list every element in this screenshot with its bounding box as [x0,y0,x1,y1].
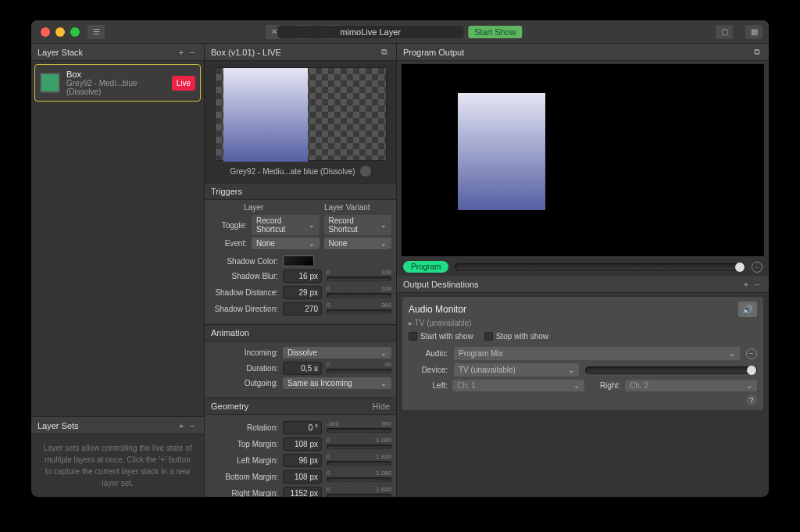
shadow-direction-label: Shadow Direction: [209,305,278,313]
layer-preview-title: Box (v1.01) - LIVE [211,48,281,57]
preview-box-shape [223,68,308,162]
app-window: ☰ ✕ ▷ ▣ mimoLive Layer Start Show ▢ ▦ La… [31,20,769,497]
start-show-button[interactable]: Start Show [468,26,523,38]
left-channel-select[interactable]: Ch. 1 [452,380,584,391]
program-popout-button[interactable]: ⧉ [752,47,762,57]
rotation-input[interactable]: 0 ° [283,421,322,434]
incoming-label: Incoming: [209,348,278,357]
add-layerset-button[interactable]: + [176,421,187,430]
shadow-distance-input[interactable]: 29 px [283,286,322,299]
bottom-margin-label: Bottom Margin: [209,473,278,481]
shadow-distance-label: Shadow Distance: [209,288,278,297]
geometry-hide-button[interactable]: Hide [372,402,390,411]
geometry-section-header: Geometry Hide [205,398,396,415]
event-label: Event: [209,239,247,248]
remove-layer-button[interactable]: − [187,48,198,57]
audio-label: Audio: [409,349,448,358]
shadow-blur-label: Shadow Blur: [209,272,278,280]
shadow-blur-slider[interactable] [327,277,391,281]
shadow-color-label: Shadow Color: [209,257,278,266]
top-margin-input[interactable]: 108 px [283,437,322,451]
duration-slider[interactable] [327,369,391,373]
output-destinations-header: Output Destinations + − [397,276,769,293]
fullscreen-window-button[interactable] [70,27,80,37]
duration-input[interactable]: 0,5 s [283,362,322,375]
window-controls [41,27,80,37]
bottom-margin-input[interactable]: 108 px [283,470,322,484]
animation-section-header: Animation [205,324,396,341]
right-margin-label: Right Margin: [209,489,278,498]
layer-stack-title: Layer Stack [38,48,83,57]
layer-item[interactable]: Box Grey92 - Medi...blue (Dissolve) Live [34,64,201,102]
shadow-direction-slider[interactable] [327,309,391,314]
outgoing-select[interactable]: Same as Incoming [283,377,391,389]
remove-layerset-button[interactable]: − [187,421,198,430]
layer-sets-title: Layer Sets [38,421,79,430]
panel-toggle-b-button[interactable]: ▦ [745,25,762,39]
event-layer-select[interactable]: None [252,237,320,249]
audio-monitor-panel: Audio Monitor 🔊 ▸ TV (unavailable) Start… [402,296,764,411]
shadow-distance-slider[interactable] [327,293,391,298]
shadow-blur-input[interactable]: 16 px [283,270,322,283]
audio-help-button[interactable]: ? [746,395,757,405]
device-volume-slider[interactable] [585,366,757,374]
top-margin-slider[interactable] [327,445,391,449]
layer-item-title: Box [66,70,166,79]
top-margin-label: Top Margin: [209,440,278,448]
incoming-select[interactable]: Dissolve [283,347,391,359]
triggers-col-variant: Layer Variant [303,203,392,212]
panel-toggle-a-button[interactable]: ▢ [716,25,733,39]
layer-item-subtitle: Grey92 - Medi...blue (Dissolve) [66,79,166,96]
program-output-header: Program Output ⧉ [397,44,769,61]
close-window-button[interactable] [41,27,50,37]
audio-monitor-speaker-button[interactable]: 🔊 [738,302,757,317]
preview-caption: Grey92 - Mediu...ate blue (Dissolve) [230,167,355,176]
right-channel-label: Right: [589,381,620,390]
audio-device-subtitle: TV (unavailable) [415,319,472,327]
layer-preview-header: Box (v1.01) - LIVE ⧉ [205,44,396,61]
rotation-label: Rotation: [209,423,278,432]
triggers-col-layer: Layer [209,203,298,212]
rotation-slider[interactable] [327,428,391,433]
add-layer-button[interactable]: + [176,48,187,57]
toggle-layer-shortcut[interactable]: Record Shortcut [252,215,320,235]
toggle-label: Toggle: [209,221,247,230]
bottom-margin-slider[interactable] [327,477,391,482]
minimize-window-button[interactable] [55,27,65,37]
document-title[interactable]: mimoLive Layer [277,26,463,38]
program-box-shape [458,93,545,210]
layer-sets-header: Layer Sets + − [31,417,204,434]
event-variant-select[interactable]: None [324,237,392,249]
left-margin-input[interactable]: 96 px [283,454,322,467]
right-margin-slider[interactable] [327,494,391,497]
preview-canvas[interactable] [215,67,387,161]
start-with-show-checkbox[interactable] [409,332,417,341]
layer-color-swatch [40,73,60,93]
shadow-direction-input[interactable]: 270 [283,302,322,316]
add-destination-button[interactable]: + [741,280,752,289]
layer-sets-help-text: Layer sets allow controlling the live st… [31,434,204,497]
variant-settings-button[interactable] [360,166,371,177]
program-pill[interactable]: Program [403,261,448,273]
shadow-color-swatch[interactable] [283,255,314,266]
program-volume-slider[interactable] [455,263,745,271]
titlebar: ☰ ✕ ▷ ▣ mimoLive Layer Start Show ▢ ▦ [31,20,769,44]
preview-popout-button[interactable]: ⧉ [379,47,390,57]
left-margin-slider[interactable] [327,461,391,466]
program-output-canvas [402,64,764,256]
layer-live-badge[interactable]: Live [172,76,195,91]
audio-source-select[interactable]: Program Mix [454,347,740,360]
triggers-section-header: Triggers [205,183,396,200]
device-select[interactable]: TV (unavailable) [454,363,579,377]
layer-preview-area: Grey92 - Mediu...ate blue (Dissolve) [205,61,396,183]
sidebar-toggle-button[interactable]: ☰ [88,25,105,39]
toggle-variant-shortcut[interactable]: Record Shortcut [324,215,392,235]
right-channel-select[interactable]: Ch. 2 [625,380,757,391]
right-margin-input[interactable]: 1152 px [283,487,322,498]
program-mute-button[interactable]: − [752,262,762,273]
device-label: Device: [409,366,448,374]
remove-destination-button[interactable]: − [752,280,762,289]
outgoing-label: Outgoing: [209,379,278,387]
stop-with-show-checkbox[interactable] [484,332,493,341]
audio-remove-button[interactable]: − [746,348,757,359]
